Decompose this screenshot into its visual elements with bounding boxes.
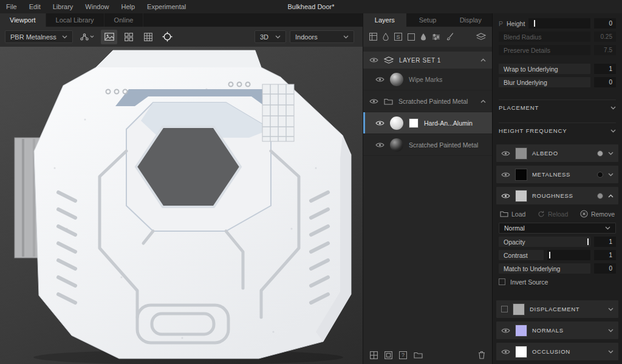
texture-view-button[interactable]: [101, 30, 117, 44]
contrast-value[interactable]: 1: [594, 250, 616, 260]
menu-window[interactable]: Window: [79, 0, 115, 13]
chevron-down-icon[interactable]: [608, 350, 613, 354]
metalness-swatch[interactable]: [515, 169, 527, 181]
remove-button[interactable]: Remove: [591, 211, 615, 218]
remove-icon[interactable]: [580, 210, 588, 218]
channel-normals[interactable]: NORMALS: [496, 322, 618, 339]
chevron-down-icon[interactable]: [608, 152, 613, 155]
visibility-eye-icon[interactable]: [369, 57, 378, 63]
add-folder-icon[interactable]: [414, 351, 423, 359]
menu-experimental[interactable]: Experimental: [141, 0, 192, 13]
solid-color-icon[interactable]: [408, 33, 415, 41]
placement-section-header[interactable]: PLACEMENT: [499, 99, 616, 115]
displacement-checkbox[interactable]: [501, 306, 508, 312]
focus-camera-button[interactable]: [159, 30, 176, 44]
visibility-eye-icon[interactable]: [375, 120, 384, 126]
visibility-eye-icon[interactable]: [501, 150, 510, 157]
opacity-value[interactable]: 1: [594, 237, 616, 247]
node-graph-button[interactable]: [76, 30, 98, 44]
visibility-eye-icon[interactable]: [375, 142, 384, 148]
wrap-underlying-label[interactable]: Wrap to Underlying: [499, 64, 590, 74]
visibility-eye-icon[interactable]: [501, 328, 510, 334]
delete-icon[interactable]: [478, 351, 485, 359]
menu-library[interactable]: Library: [47, 0, 80, 13]
occlusion-swatch[interactable]: [515, 346, 527, 358]
tab-online[interactable]: Online: [104, 13, 144, 27]
chevron-up-icon[interactable]: [480, 58, 486, 62]
smart-material-icon[interactable]: S: [394, 33, 402, 41]
environment-select[interactable]: Indoors: [290, 30, 354, 43]
tab-setup[interactable]: Setup: [406, 13, 449, 27]
blend-mode-value: Normal: [504, 224, 525, 232]
match-underlying-label[interactable]: Match to Underlying: [499, 263, 590, 274]
normals-swatch[interactable]: [515, 325, 527, 337]
grid-toggle-button[interactable]: [140, 30, 156, 44]
layer-row-wipe-marks[interactable]: Wipe Marks: [363, 69, 492, 90]
add-layer-icon[interactable]: [384, 351, 392, 359]
layer-set-row[interactable]: LAYER SET 1: [363, 52, 492, 69]
channel-label: METALNESS: [532, 171, 570, 178]
tab-layers[interactable]: Layers: [363, 13, 406, 27]
opacity-slider[interactable]: Opacity: [499, 237, 590, 247]
solo-dot[interactable]: [597, 172, 603, 178]
chevron-up-icon[interactable]: [480, 99, 486, 103]
channel-albedo[interactable]: ALBEDO: [496, 144, 618, 162]
help-icon[interactable]: ?: [399, 351, 407, 359]
dimension-select[interactable]: 3D: [255, 30, 286, 43]
chevron-down-icon[interactable]: [608, 329, 613, 332]
mask-thumbnail[interactable]: [409, 118, 419, 128]
tab-local-library[interactable]: Local Library: [46, 13, 104, 27]
height-frequency-section-header[interactable]: HEIGHT FREQUENCY: [499, 123, 616, 138]
visibility-eye-icon[interactable]: [501, 172, 510, 178]
brush-layer-icon[interactable]: [446, 33, 454, 41]
solid-layer-icon[interactable]: [369, 33, 377, 41]
liquid-layer-icon[interactable]: [383, 33, 389, 41]
blur-underlying-value[interactable]: 0: [594, 77, 616, 87]
blend-mode-select[interactable]: Normal: [499, 223, 616, 234]
chevron-up-icon[interactable]: [608, 194, 613, 198]
folder-icon[interactable]: [500, 211, 508, 217]
solo-dot[interactable]: [597, 150, 603, 157]
tab-display[interactable]: Display: [449, 13, 492, 27]
menu-help[interactable]: Help: [115, 0, 141, 13]
visibility-eye-icon[interactable]: [375, 76, 384, 83]
blur-underlying-label[interactable]: Blur Underlying: [499, 77, 590, 87]
channel-metalness[interactable]: METALNESS: [496, 166, 618, 183]
load-button[interactable]: Load: [511, 211, 525, 218]
wrap-underlying-value[interactable]: 1: [594, 64, 616, 74]
menu-edit[interactable]: Edit: [23, 0, 47, 13]
layer-row-base[interactable]: Scratched Painted Metal: [363, 134, 492, 156]
visibility-eye-icon[interactable]: [369, 98, 378, 104]
contrast-label: Contrast: [499, 250, 544, 260]
add-layerset-icon[interactable]: [370, 351, 378, 359]
viewport-3d-canvas[interactable]: [0, 47, 363, 364]
channel-occlusion[interactable]: OCCLUSION: [496, 343, 618, 360]
layer-group-row[interactable]: Scratched Painted Metal: [363, 90, 492, 112]
channel-roughness[interactable]: ROUGHNESS: [496, 187, 618, 204]
height-value[interactable]: 0: [594, 18, 616, 29]
menu-file[interactable]: File: [0, 0, 23, 13]
atlas-view-button[interactable]: [120, 30, 137, 44]
adjustment-layer-icon[interactable]: [432, 34, 440, 40]
match-underlying-value[interactable]: 0: [594, 263, 616, 274]
layer-thumbnail[interactable]: [390, 138, 403, 152]
contrast-slider[interactable]: [547, 250, 590, 260]
layer-row-selected[interactable]: Hard-An...Alumin: [363, 112, 492, 134]
layer-thumbnail[interactable]: [390, 73, 403, 86]
tab-viewport[interactable]: Viewport: [0, 13, 46, 27]
visibility-eye-icon[interactable]: [501, 349, 510, 355]
chevron-down-icon[interactable]: [608, 308, 613, 311]
invert-source-checkbox[interactable]: [499, 278, 505, 285]
paint-layer-icon[interactable]: [420, 33, 426, 41]
channel-displacement[interactable]: DISPLACEMENT: [496, 300, 618, 318]
roughness-swatch[interactable]: [515, 190, 527, 202]
layer-stack-icon[interactable]: [476, 33, 486, 41]
solo-dot[interactable]: [597, 193, 603, 199]
height-slider[interactable]: [528, 18, 590, 29]
visibility-eye-icon[interactable]: [501, 193, 510, 199]
albedo-swatch[interactable]: [515, 147, 527, 160]
chevron-down-icon[interactable]: [608, 173, 613, 177]
pbr-mode-select[interactable]: PBR Metalness: [5, 30, 73, 43]
displacement-swatch[interactable]: [513, 303, 525, 315]
layer-thumbnail[interactable]: [390, 116, 403, 130]
